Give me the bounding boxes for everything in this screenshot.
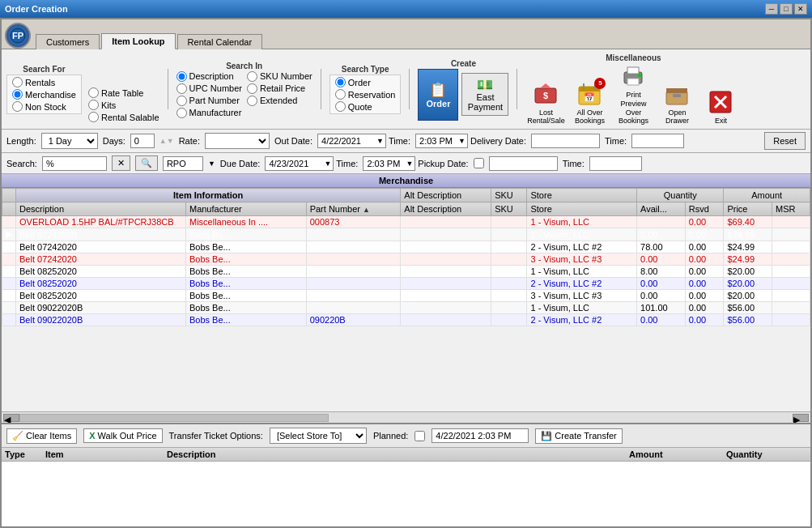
extended-radio-row[interactable]: Extended xyxy=(247,96,312,106)
avail-cell: 0.00 xyxy=(637,253,686,266)
col-sku-sub: SKU xyxy=(491,202,527,216)
table-row[interactable]: Belt 09022020B Bobs Be... 1 - Visum, LLC… xyxy=(2,302,810,314)
rentals-radio-row[interactable]: Rentals xyxy=(12,77,76,87)
rental-salable-radio-row[interactable]: Rental Salable xyxy=(88,112,159,122)
due-time-dropdown-icon[interactable]: ▼ xyxy=(406,160,413,168)
rental-salable-radio[interactable] xyxy=(88,112,99,122)
scroll-right-button[interactable]: ▶ xyxy=(793,414,809,422)
close-button[interactable]: ✕ xyxy=(794,3,807,15)
transfer-store-select[interactable]: [Select Store To] xyxy=(270,428,367,444)
description-radio[interactable] xyxy=(176,71,187,82)
col-manufacturer[interactable]: Manufacturer xyxy=(185,202,306,216)
manufacturer-radio[interactable] xyxy=(176,108,187,118)
col-description[interactable]: Description xyxy=(16,202,186,216)
table-row[interactable]: Belt 09022020B Bobs Be... 090220B 2 - Vi… xyxy=(2,314,810,326)
length-select[interactable]: 1 Day xyxy=(41,133,98,149)
planned-checkbox[interactable] xyxy=(415,431,425,441)
scroll-left-button[interactable]: ◀ xyxy=(3,414,19,422)
sku-radio[interactable] xyxy=(247,71,257,82)
pickup-date-input[interactable] xyxy=(489,156,558,171)
lost-rental-button[interactable]: $ LostRental/Sale xyxy=(525,81,566,126)
rpo-input[interactable] xyxy=(163,156,203,171)
non-stock-radio-row[interactable]: Non Stock xyxy=(12,101,76,112)
search-go-button[interactable]: 🔍 xyxy=(135,155,158,171)
search-clear-button[interactable]: ✕ xyxy=(112,155,130,171)
days-label: Days: xyxy=(103,136,125,146)
sku-label: SKU Number xyxy=(260,71,312,81)
search-input[interactable] xyxy=(42,156,107,171)
planned-date-input[interactable] xyxy=(432,428,529,443)
tab-customers[interactable]: Customers xyxy=(36,34,100,49)
minimize-button[interactable]: ─ xyxy=(765,3,778,15)
table-row[interactable]: Belt 08252020 Bobs Be... 2 - Visum, LLC … xyxy=(2,278,810,290)
tab-rental-calendar[interactable]: Rental Calendar xyxy=(177,34,263,49)
days-input[interactable] xyxy=(130,134,155,148)
upc-radio-row[interactable]: UPC Number xyxy=(176,83,242,94)
table-wrapper[interactable]: Item Information Alt Description SKU Sto… xyxy=(2,188,810,411)
table-row[interactable]: Belt 08252020 Bobs Be... 1 - Visum, LLC … xyxy=(2,266,810,278)
sku-radio-row[interactable]: SKU Number xyxy=(247,71,312,82)
quote-radio[interactable] xyxy=(335,101,346,112)
reservation-radio-row[interactable]: Reservation xyxy=(335,89,396,100)
print-preview-button[interactable]: Print PreviewOver Bookings xyxy=(613,63,653,126)
retail-radio[interactable] xyxy=(247,83,257,94)
exit-button[interactable]: Exit xyxy=(700,89,741,126)
merchandise-radio-row[interactable]: Merchandise xyxy=(12,89,76,100)
walk-out-price-button[interactable]: X Walk Out Price xyxy=(83,428,162,443)
col-quantity-header: Quantity xyxy=(726,449,807,459)
open-drawer-button[interactable]: OpenDrawer xyxy=(657,81,697,126)
order-button[interactable]: 📋 Order xyxy=(418,69,458,121)
delivery-time-input[interactable] xyxy=(631,134,684,148)
alt-desc-cell xyxy=(401,302,491,314)
kits-radio[interactable] xyxy=(88,100,99,110)
rate-select[interactable] xyxy=(205,133,270,149)
retail-radio-row[interactable]: Retail Price xyxy=(247,83,312,94)
part-radio-row[interactable]: Part Number xyxy=(176,96,242,106)
description-radio-row[interactable]: Description xyxy=(176,71,242,82)
create-transfer-button[interactable]: 💾 Create Transfer xyxy=(535,428,622,444)
non-stock-radio[interactable] xyxy=(12,101,23,112)
kits-radio-row[interactable]: Kits xyxy=(88,100,159,110)
due-date-dropdown-icon[interactable]: ▼ xyxy=(324,160,331,168)
out-date-dropdown-icon[interactable]: ▼ xyxy=(376,137,384,145)
days-stepper[interactable]: ▲▼ xyxy=(159,137,174,145)
pickup-time-input[interactable] xyxy=(589,156,642,171)
row-indicator-cell xyxy=(2,216,16,228)
manufacturer-radio-row[interactable]: Manufacturer xyxy=(176,108,242,118)
row-indicator-cell: ▶ xyxy=(2,228,16,241)
horizontal-scrollbar[interactable]: ◀ ▶ xyxy=(2,411,810,423)
col-indicator xyxy=(2,189,16,202)
part-radio[interactable] xyxy=(176,96,187,106)
order-radio-row[interactable]: Order xyxy=(335,77,396,87)
reservation-radio[interactable] xyxy=(335,89,346,100)
east-payment-button[interactable]: 💵 EastPayment xyxy=(461,73,508,116)
rentals-radio[interactable] xyxy=(12,77,23,87)
tab-item-lookup[interactable]: Item Lookup xyxy=(101,33,175,49)
out-time-dropdown-icon[interactable]: ▼ xyxy=(458,137,466,145)
rate-table-radio-row[interactable]: Rate Table xyxy=(88,87,159,98)
quote-radio-row[interactable]: Quote xyxy=(335,101,396,112)
table-row[interactable]: Belt 08252020 Bobs Be... 3 - Visum, LLC … xyxy=(2,290,810,302)
scrollbar-track[interactable] xyxy=(19,414,793,422)
scrollbar-thumb[interactable] xyxy=(19,414,329,422)
rsvd-cell: 0.00 xyxy=(685,253,724,266)
rpo-dropdown[interactable]: ▼ xyxy=(208,160,215,168)
maximize-button[interactable]: □ xyxy=(780,3,793,15)
table-row[interactable]: Belt 07242020 Bobs Be... 3 - Visum, LLC … xyxy=(2,253,810,266)
reset-button[interactable]: Reset xyxy=(764,132,806,150)
merchandise-radio[interactable] xyxy=(12,89,23,100)
table-row[interactable]: ▶ Belt 07242020 Bobs Be... 1 - Visum, LL… xyxy=(2,228,810,241)
table-row[interactable]: OVERLOAD 1.5HP BAL/#TPCRJ38CB Miscellane… xyxy=(2,216,810,228)
extended-radio[interactable] xyxy=(247,96,257,106)
order-radio[interactable] xyxy=(335,77,346,87)
pickup-date-checkbox[interactable] xyxy=(474,158,484,168)
upc-radio[interactable] xyxy=(176,83,187,94)
delivery-date-input[interactable] xyxy=(531,134,600,148)
table-row[interactable]: Belt 07242020 Bobs Be... 2 - Visum, LLC … xyxy=(2,241,810,253)
logo-button[interactable]: FP xyxy=(5,23,31,49)
rate-table-radio[interactable] xyxy=(88,87,99,98)
price-cell: $24.99 xyxy=(724,228,772,241)
clear-items-button[interactable]: 🧹 Clear Items xyxy=(6,428,77,444)
col-part-number[interactable]: Part Number ▲ xyxy=(306,202,401,216)
all-over-bookings-button[interactable]: 📅 5 All OverBookings xyxy=(569,81,610,126)
